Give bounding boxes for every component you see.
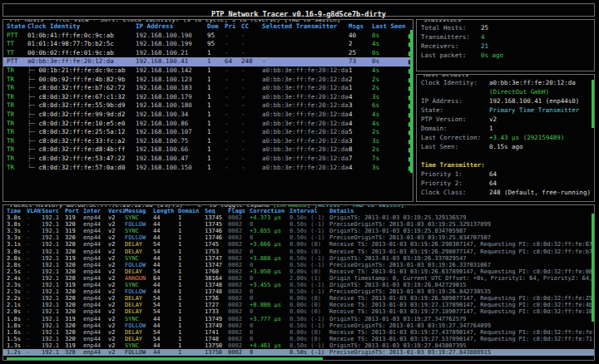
cell-seen: Last Seen <box>372 22 408 32</box>
packet-row[interactable]: 2.8s-192.1319enp44v2SYNC441137470002+3.8… <box>3 255 594 262</box>
statistics-panel: Statistics Total Hosts:25Transmitters:4R… <box>416 19 595 71</box>
cell-pri: Pri <box>225 22 241 32</box>
cell-messag: DELAY <box>125 295 153 302</box>
cell-domain: 1 <box>178 295 205 302</box>
packet-row[interactable]: 3.1s-192.1320enp44v2DELAY54117450002+3.6… <box>3 241 594 248</box>
cell-corr: +3.455 μs <box>250 282 290 288</box>
cell-details: Receive TS: 2013-01-03 03:19:26.98907714… <box>329 295 594 302</box>
cell-domain: 1 <box>178 234 205 241</box>
details-label: Last Correction: <box>421 133 489 142</box>
cell-domain: 1 <box>178 342 205 349</box>
cell-interval: 0.50s (-1) <box>290 349 329 356</box>
packet-row[interactable]: 2.8s-192.1320enp44v2FOLLOW44113747000200… <box>3 262 594 268</box>
packet-row[interactable]: 1.2s-192.1320enp44v2FOLLOW44113750000200… <box>3 349 594 356</box>
cell-flags: 0002 <box>228 268 250 275</box>
packet-row[interactable]: 2.3s-192.1320enp44v2FOLLOW44113748000200… <box>3 288 594 295</box>
packet-row[interactable]: 3.8s-192.1320enp44v2FOLLOW44113745000200… <box>3 221 594 228</box>
host-row[interactable]: TR├─ c8:0d:32:ff:fe:b7:62:72192.168.100.… <box>3 84 413 93</box>
cell-messag: DELAY <box>125 241 153 248</box>
cell-length: 54 <box>153 336 178 342</box>
host-row[interactable]: PTT01:0b:41:ff:fe:0c:9c:ab192.168.100.19… <box>3 32 413 41</box>
cell-pri: - <box>225 93 241 102</box>
host-row[interactable]: TR├─ c8:0d:32:ff:fe:67:c1:32192.168.100.… <box>3 93 413 102</box>
cell-seq: 13747 <box>205 255 228 262</box>
cell-port: 320 <box>65 288 83 295</box>
packet-row[interactable]: 2.1s-192.1320enp44v2DELAY54117270002+0.8… <box>3 302 594 308</box>
hosts-scrollbar[interactable] <box>410 30 413 173</box>
cell-seen: 3s <box>372 93 408 102</box>
details-field: PTP Version:v2 <box>417 115 594 124</box>
cell-length: 44 <box>153 282 178 288</box>
host-row[interactable]: PTTa0:bb:3e:ff:fe:20:12:da192.168.100.41… <box>3 57 413 66</box>
cell-state: TR <box>7 111 27 120</box>
cell-state: PTT <box>7 57 27 66</box>
packet-row[interactable]: 3.3s-192.1320enp44v2FOLLOW44113746000200… <box>3 234 594 241</box>
packet-row[interactable]: 3.0s-192.1320enp44v2DELAY5411753000200.0… <box>3 248 594 255</box>
packet-row[interactable]: 1.6s-192.1320enp44v2DELAY5411741000200.0… <box>3 329 594 336</box>
cell-port: 320 <box>65 241 83 248</box>
cell-inter: enp44 <box>83 262 108 268</box>
packet-row[interactable]: 1.3s-192.1319enp44v2SYNC441137500002+4.4… <box>3 342 594 349</box>
packet-row[interactable]: 1.5s-192.1320enp44v2DELAY5411748000200.0… <box>3 336 594 342</box>
host-details-scrollbar[interactable] <box>592 80 594 128</box>
host-row[interactable]: TT00:0b:02:ff:fe:01:9c:ab192.168.100.211… <box>3 49 413 58</box>
packet-row[interactable]: 3.3s-192.1319enp44v2SYNC441137460002+3.6… <box>3 228 594 234</box>
cell-vlan: - <box>27 248 42 255</box>
cell-messag: SYNC <box>125 282 153 288</box>
host-row[interactable]: TR├─ c8:0d:32:ff:fe:10:e5:e0192.168.100.… <box>3 120 413 129</box>
statistics-panel-title: Statistics <box>421 19 463 23</box>
cell-inter: enp44 <box>83 221 108 228</box>
host-row[interactable]: TR├─ 00:0b:92:ff:fe:4b:82:9b192.168.100.… <box>3 76 413 85</box>
packet-row[interactable]: 1.8s-192.1320enp44v2FOLLOW44113749000200… <box>3 322 594 329</box>
packet-row[interactable]: 2.0s-192.1320enp44v2DELAY5411733000200.0… <box>3 308 594 315</box>
cell-length: 44 <box>153 262 178 268</box>
cell-corr: +4.461 μs <box>250 342 290 349</box>
packet-row[interactable]: 2.3s-192.1319enp44v2SYNC441137480002+3.4… <box>3 282 594 288</box>
packet-table-body: 3.8s-192.1319enp44v2SYNC441137450002+4.3… <box>3 214 594 356</box>
cell-details: Receive TS: 2013-01-03 03:19:26.29807714… <box>329 248 594 255</box>
cell-seen: 2s <box>372 145 408 155</box>
cell-pri: 64 <box>225 57 241 66</box>
host-row[interactable]: TR├─ c8:0d:32:ff:fe:d8:4b:ff192.168.100.… <box>3 145 413 155</box>
cell-flags: 0002 <box>228 329 250 336</box>
packet-row[interactable]: 3.8s-192.1319enp44v2SYNC441137450002+4.3… <box>3 214 594 221</box>
cell-corr: 0 <box>250 295 290 302</box>
cell-domain: 1 <box>178 255 205 262</box>
cell-time: 3.3s <box>7 228 27 234</box>
cell-port: 319 <box>65 228 83 234</box>
cell-pri: - <box>225 40 241 49</box>
host-row[interactable]: TR├─ c8:0d:32:ff:fe:25:5a:12192.168.100.… <box>3 128 413 137</box>
packet-row[interactable]: 2.2s-192.1320enp44v2DELAY5411736000200.0… <box>3 295 594 302</box>
cell-sel: a0:bb:3e:ff:fe:20:12:da <box>262 128 349 137</box>
host-row[interactable]: TR├─ c8:0d:32:ff:fe:33:fc:a2192.168.100.… <box>3 137 413 146</box>
cell-ip: 192.168.100.180 <box>136 101 207 111</box>
cell-interval: 0.50s (-1) <box>290 221 329 228</box>
cell-ip: 192.168.100.21 <box>136 49 207 58</box>
host-row[interactable]: TR├─ c8:0d:32:ff:fe:55:9b:d9192.168.100.… <box>3 101 413 111</box>
packet-row[interactable]: 2.4s-192.1320enp44v2ANNOUN64138164000202… <box>3 275 594 282</box>
cell-pri: - <box>225 32 241 41</box>
cell-sourc: 192.1 <box>42 241 65 248</box>
cell-length: 44 <box>153 342 178 349</box>
cell-ip: 192.168.100.75 <box>136 137 207 146</box>
cell-flags: 0002 <box>228 214 250 221</box>
host-row[interactable]: TR├─ c8:0d:32:ff:fe:53:47:22192.168.100.… <box>3 155 413 164</box>
cell-length: 44 <box>153 214 178 221</box>
cell-inter: enp44 <box>83 295 108 302</box>
host-row[interactable]: TR├─ c8:0d:32:ff:fe:99:9d:d2192.168.100.… <box>3 111 413 120</box>
cell-vlan: - <box>27 275 42 282</box>
packet-hscrollbar[interactable] <box>7 357 323 360</box>
packet-row[interactable]: 2.5s-192.1320enp44v2DELAY54117600002+3.0… <box>3 268 594 275</box>
packet-vscrollbar[interactable] <box>592 214 594 322</box>
cell-dom: 1 <box>207 128 225 137</box>
packet-panel-title: Packet History a0:bb:3e:ff:fe:20:12:da (… <box>7 204 407 209</box>
packet-table-header: TimeVLANSourcPortInterVersiMessagLengthD… <box>3 208 594 214</box>
details-label: State: <box>421 106 489 115</box>
cell-interval: 0.00s (0) <box>290 336 329 342</box>
host-row[interactable]: TR└─ c8:0d:32:ff:fe:57:0a:d0192.168.100.… <box>3 164 413 173</box>
host-row[interactable]: TR├─ 00:1b:21:ff:fe:dc:9c:ab192.168.100.… <box>3 66 413 76</box>
cell-seen: 2s <box>372 128 408 137</box>
cell-vlan: - <box>27 336 42 342</box>
host-row[interactable]: TT01:01:14:98:77:7b:b2:5c192.168.100.199… <box>3 40 413 49</box>
packet-row[interactable]: 1.8s-192.1319enp44v2SYNC441137490002+3.7… <box>3 316 594 322</box>
